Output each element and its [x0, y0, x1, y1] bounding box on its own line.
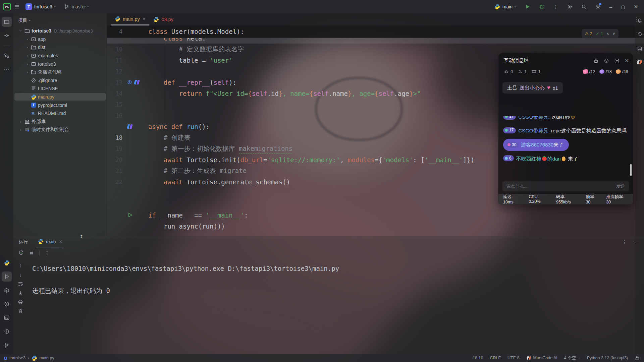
tool-commit-button[interactable]: [2, 31, 12, 41]
status-item-0[interactable]: 18:10: [473, 356, 483, 360]
up-stacktrace-icon[interactable]: ↑: [19, 262, 22, 268]
tree-item-examples[interactable]: ›examples: [13, 52, 107, 60]
close-icon[interactable]: ✕: [59, 239, 62, 244]
project-selector[interactable]: T tortoise3 ›: [23, 2, 58, 11]
chevron-right-icon[interactable]: ›: [18, 128, 23, 132]
run-options-icon[interactable]: ⋮: [45, 250, 50, 256]
stop-icon[interactable]: [29, 250, 34, 256]
chevron-right-icon[interactable]: ›: [24, 54, 30, 58]
status-item-5[interactable]: Python 3.12 (fastapi3): [587, 356, 628, 360]
tool-services-button[interactable]: [2, 285, 12, 295]
chevron-right-icon[interactable]: ›: [24, 70, 30, 74]
run-tab-main[interactable]: main ✕: [37, 236, 64, 247]
chevron-right-icon[interactable]: ›: [18, 120, 23, 124]
breadcrumb-project[interactable]: tortoise3: [9, 356, 25, 360]
unlock-icon[interactable]: [593, 58, 599, 64]
scroll-to-end-icon[interactable]: [18, 290, 23, 296]
down-stacktrace-icon[interactable]: ↓: [19, 272, 22, 278]
chevron-right-icon[interactable]: ›: [24, 62, 30, 66]
project-panel-header[interactable]: 项目 ›: [13, 13, 107, 27]
close-button[interactable]: ✕: [634, 4, 638, 10]
tree-item-.gitignore[interactable]: .gitignore: [13, 76, 107, 85]
run-button[interactable]: [525, 4, 530, 9]
print-icon[interactable]: [18, 299, 23, 305]
chat-scrollbar[interactable]: [630, 164, 632, 176]
code-line: run_async(run()): [107, 221, 644, 232]
rerun-icon[interactable]: [18, 250, 24, 256]
chat-input[interactable]: 说点什么... 发送: [502, 181, 629, 191]
tool-structure-button[interactable]: [2, 51, 12, 61]
tool-problems-button[interactable]: [2, 326, 12, 337]
tool-more-button[interactable]: ⋯: [2, 64, 12, 74]
run-config-selector[interactable]: main ›: [494, 4, 516, 10]
chevron-down-icon[interactable]: ›: [19, 28, 23, 34]
tree-item-外部库[interactable]: ›外部库: [13, 118, 107, 126]
tool-terminal-button[interactable]: [2, 313, 12, 323]
minimize-button[interactable]: –: [609, 4, 612, 10]
status-item-3[interactable]: MarsCode AI: [526, 356, 557, 360]
tree-item-录播课代码[interactable]: ›录播课代码: [13, 68, 107, 76]
tree-item-label: README.md: [38, 111, 66, 116]
search-everywhere-icon[interactable]: [581, 4, 587, 9]
tree-item-main.py[interactable]: main.py: [13, 93, 107, 101]
lock-icon[interactable]: [635, 355, 640, 361]
override-icon[interactable]: [127, 80, 132, 85]
console-output[interactable]: C:\Users\18010\miniconda3\envs\fastapi3\…: [32, 258, 641, 354]
debug-button[interactable]: [539, 4, 544, 9]
clear-console-icon[interactable]: [18, 308, 23, 314]
tree-item-path: D:\fastapi3\tortoise3: [54, 28, 93, 34]
more-actions-icon[interactable]: ⋮: [553, 4, 558, 10]
breadcrumb-file[interactable]: main.py: [40, 356, 54, 360]
prev-problem-icon[interactable]: ∧: [606, 32, 609, 36]
run-panel-options-icon[interactable]: ⋮: [622, 239, 627, 245]
maximize-button[interactable]: ▢: [621, 4, 625, 9]
status-item-4[interactable]: 4 个空…: [564, 355, 580, 361]
next-problem-icon[interactable]: ∨: [612, 32, 615, 36]
code-with-me-icon[interactable]: [567, 4, 573, 9]
tool-python-packages-button[interactable]: [2, 258, 12, 268]
tab-main.py[interactable]: main.py×: [111, 13, 149, 25]
marscode-gutter-icon[interactable]: [127, 124, 133, 129]
tree-item-README.md[interactable]: M↓README.md: [13, 109, 107, 118]
expand-icon[interactable]: [614, 58, 620, 64]
tree-item-临时文件和控制台[interactable]: ›临时文件和控制台: [13, 126, 107, 134]
tree-item-pyproject.toml[interactable]: Tpyproject.toml: [13, 101, 107, 109]
database-icon[interactable]: [637, 46, 642, 52]
soft-wrap-icon[interactable]: [18, 281, 23, 287]
status-item-2[interactable]: UTF-8: [507, 356, 519, 360]
main-menu-icon[interactable]: [14, 4, 19, 9]
tree-item-dist[interactable]: ›dist: [13, 43, 107, 52]
gift-counter-0[interactable]: /12: [583, 69, 595, 74]
marscode-icon[interactable]: [637, 60, 642, 64]
settings-icon[interactable]: [595, 4, 601, 9]
tree-item-tortoise3[interactable]: ›tortoise3D:\fastapi3\tortoise3: [13, 27, 107, 35]
tab-03.py[interactable]: 03.py: [149, 13, 177, 25]
inspections-widget[interactable]: ⚠ 2 ✓ 1 ∧ ∨: [582, 29, 619, 38]
tool-git-button[interactable]: [2, 340, 12, 350]
close-icon[interactable]: ✕: [625, 58, 629, 64]
tool-project-button[interactable]: [2, 17, 12, 27]
run-panel-minimize-icon[interactable]: —: [634, 239, 639, 244]
sticky-code: class User(models.Model):: [148, 28, 244, 35]
notifications-icon[interactable]: [637, 18, 642, 23]
chat-message-list[interactable]: 17CSGO带师兄: 这ai好吵☺17CSGO带师兄: repe这个函数是构造函…: [503, 116, 628, 172]
tab-close-icon[interactable]: ×: [143, 16, 146, 21]
gift-counter-2[interactable]: /49: [616, 69, 628, 74]
ai-assistant-icon[interactable]: [637, 32, 642, 38]
branch-selector[interactable]: master ›: [61, 3, 92, 11]
chevron-right-icon[interactable]: ›: [24, 37, 30, 41]
project-name: tortoise3: [34, 4, 52, 9]
gift-counter-1[interactable]: /18: [599, 69, 612, 74]
tree-item-app[interactable]: ›app: [13, 35, 107, 44]
tree-item-tortoise3[interactable]: ›tortoise3: [13, 60, 107, 68]
send-button[interactable]: 发送: [616, 183, 625, 189]
tree-item-LICENSE[interactable]: LICENSE: [13, 84, 107, 93]
mouse-cursor: ↕: [80, 233, 83, 240]
tool-python-console-button[interactable]: [2, 299, 12, 309]
chat-settings-icon[interactable]: [604, 58, 609, 64]
run-line-icon[interactable]: [127, 212, 133, 218]
status-item-1[interactable]: CRLF: [490, 356, 501, 360]
chevron-right-icon[interactable]: ›: [24, 45, 30, 49]
tool-run-button[interactable]: [2, 272, 12, 282]
marscode-gutter-icon[interactable]: [134, 80, 140, 84]
